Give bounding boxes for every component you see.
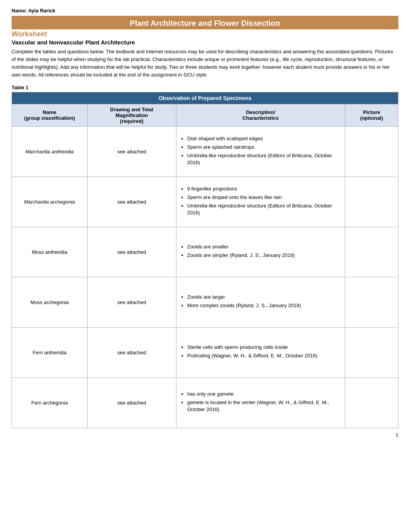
description-item: 9 fingerlike projections (187, 185, 341, 193)
description-item: Protruding (Wagner, W. H., & Gifford, E.… (187, 352, 341, 360)
row-picture-5 (345, 377, 398, 428)
name-value: Ayla Rarick (28, 8, 55, 14)
description-item: Sperm are splashed raindrops (187, 144, 341, 151)
row-drawing-0: see attached (87, 126, 176, 177)
title-bar: Plant Architecture and Flower Dissection (12, 16, 398, 29)
description-item: Zooids are simpler (Ryland, J. S., Janua… (187, 252, 341, 259)
row-name-3: Moss archegonia (12, 277, 88, 327)
row-name-1: Marchantia archegonia (12, 177, 88, 227)
table-row: Marchantia archegoniasee attached9 finge… (12, 177, 398, 227)
col-header-description: Description/Characteristics (176, 104, 345, 126)
table-row: Fern archegoniasee attachedhas only one … (12, 377, 398, 428)
row-drawing-5: see attached (87, 377, 176, 428)
row-description-2: Zooids are smallerZooids are simpler (Ry… (176, 227, 345, 277)
main-title: Plant Architecture and Flower Dissection (12, 19, 398, 28)
row-description-4: Sterile cells with sperm producing cells… (176, 327, 345, 377)
name-label: Name: (12, 8, 27, 14)
observation-table: Observation of Prepared Specimens Name(g… (12, 92, 398, 428)
row-picture-3 (345, 277, 398, 327)
row-picture-4 (345, 327, 398, 377)
table-row: Fern antheridiasee attachedSterile cells… (12, 327, 398, 377)
page-number: 1 (12, 432, 398, 438)
description-item: Disk shaped with scalloped edges (187, 135, 341, 143)
row-drawing-4: see attached (87, 327, 176, 377)
worksheet-label: Worksheet (12, 30, 398, 38)
table-label: Table 1 (12, 85, 398, 90)
description-item: Umbrella-like reproductive structure (Ed… (187, 202, 341, 217)
description-item: gamete is located in the venter (Wagner,… (187, 399, 341, 414)
row-drawing-2: see attached (87, 227, 176, 277)
row-picture-1 (345, 177, 398, 227)
row-picture-0 (345, 126, 398, 177)
table-row: Moss archegoniasee attachedZooids are la… (12, 277, 398, 327)
description-item: Sperm are droped onto the leaves like ra… (187, 194, 341, 201)
row-picture-2 (345, 227, 398, 277)
intro-text: Complete the tables and questions below.… (12, 48, 398, 79)
name-line: Name: Ayla Rarick (12, 8, 398, 14)
description-item: Zooids are larger (187, 294, 341, 301)
description-item: Sterile cells with sperm producing cells… (187, 344, 341, 351)
row-description-1: 9 fingerlike projectionsSperm are droped… (176, 177, 345, 227)
col-header-picture: Picture(optional) (345, 104, 398, 126)
table-row: Moss antheridiasee attachedZooids are sm… (12, 227, 398, 277)
row-description-5: has only one gametegamete is located in … (176, 377, 345, 428)
description-item: Zooids are smaller (187, 243, 341, 251)
row-name-0: Marchantia antheridia (12, 126, 88, 177)
col-header-name: Name(group classification) (12, 104, 88, 126)
row-description-0: Disk shaped with scalloped edgesSperm ar… (176, 126, 345, 177)
row-name-4: Fern antheridia (12, 327, 88, 377)
description-item: More complex zooids (Ryland, J. S., Janu… (187, 302, 341, 309)
row-name-2: Moss antheridia (12, 227, 88, 277)
row-name-5: Fern archegonia (12, 377, 88, 428)
description-item: Umbrella-like reproductive structure (Ed… (187, 152, 341, 167)
section-title: Vascular and Nonvascular Plant Architect… (12, 39, 398, 46)
row-drawing-1: see attached (87, 177, 176, 227)
col-header-drawing: Drawing and TotalMagnification(required) (87, 104, 176, 126)
description-item: has only one gamete (187, 391, 341, 398)
table-row: Marchantia antheridiasee attachedDisk sh… (12, 126, 398, 177)
row-drawing-3: see attached (87, 277, 176, 327)
table-header: Observation of Prepared Specimens (12, 92, 398, 104)
row-description-3: Zooids are largerMore complex zooids (Ry… (176, 277, 345, 327)
